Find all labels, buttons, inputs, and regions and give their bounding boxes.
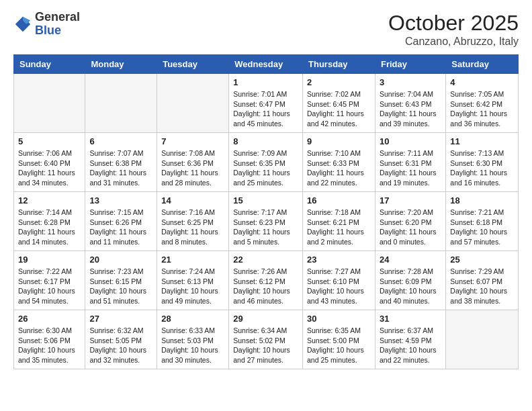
day-info: Sunrise: 7:15 AM Sunset: 6:26 PM Dayligh…	[89, 208, 152, 247]
day-info: Sunrise: 7:28 AM Sunset: 6:09 PM Dayligh…	[380, 267, 441, 306]
calendar-cell: 31Sunrise: 6:37 AM Sunset: 4:59 PM Dayli…	[375, 310, 445, 369]
calendar-cell: 12Sunrise: 7:14 AM Sunset: 6:28 PM Dayli…	[14, 192, 85, 251]
day-info: Sunrise: 7:29 AM Sunset: 6:07 PM Dayligh…	[450, 267, 514, 306]
day-info: Sunrise: 6:30 AM Sunset: 5:06 PM Dayligh…	[18, 326, 81, 365]
day-info: Sunrise: 7:11 AM Sunset: 6:31 PM Dayligh…	[380, 148, 441, 188]
calendar-cell: 17Sunrise: 7:20 AM Sunset: 6:20 PM Dayli…	[375, 192, 445, 251]
day-info: Sunrise: 7:14 AM Sunset: 6:28 PM Dayligh…	[18, 208, 81, 247]
col-friday: Friday	[375, 55, 445, 74]
day-info: Sunrise: 7:23 AM Sunset: 6:15 PM Dayligh…	[89, 267, 152, 306]
col-sunday: Sunday	[14, 55, 85, 74]
calendar-cell: 20Sunrise: 7:23 AM Sunset: 6:15 PM Dayli…	[85, 251, 157, 310]
day-number: 11	[450, 136, 514, 146]
calendar-cell	[14, 74, 85, 133]
day-info: Sunrise: 7:18 AM Sunset: 6:21 PM Dayligh…	[307, 208, 371, 247]
month-title: October 2025	[388, 11, 519, 36]
calendar-cell: 23Sunrise: 7:27 AM Sunset: 6:10 PM Dayli…	[303, 251, 375, 310]
day-info: Sunrise: 7:02 AM Sunset: 6:45 PM Dayligh…	[307, 89, 371, 129]
calendar-cell: 24Sunrise: 7:28 AM Sunset: 6:09 PM Dayli…	[375, 251, 445, 310]
calendar-cell: 13Sunrise: 7:15 AM Sunset: 6:26 PM Dayli…	[85, 192, 157, 251]
logo-text: General Blue	[35, 11, 80, 38]
calendar-cell: 16Sunrise: 7:18 AM Sunset: 6:21 PM Dayli…	[303, 192, 375, 251]
day-number: 24	[380, 255, 441, 265]
calendar-cell	[85, 74, 157, 133]
calendar-cell: 25Sunrise: 7:29 AM Sunset: 6:07 PM Dayli…	[446, 251, 519, 310]
calendar-cell: 18Sunrise: 7:21 AM Sunset: 6:18 PM Dayli…	[446, 192, 519, 251]
day-info: Sunrise: 7:09 AM Sunset: 6:35 PM Dayligh…	[233, 148, 298, 188]
calendar-cell: 2Sunrise: 7:02 AM Sunset: 6:45 PM Daylig…	[303, 74, 375, 133]
day-info: Sunrise: 6:32 AM Sunset: 5:05 PM Dayligh…	[89, 326, 152, 365]
day-number: 9	[307, 136, 371, 146]
day-info: Sunrise: 6:34 AM Sunset: 5:02 PM Dayligh…	[233, 326, 298, 365]
day-number: 19	[18, 255, 81, 265]
calendar-cell: 11Sunrise: 7:13 AM Sunset: 6:30 PM Dayli…	[446, 133, 519, 192]
logo-blue-label: Blue	[35, 24, 80, 38]
calendar-cell: 5Sunrise: 7:06 AM Sunset: 6:40 PM Daylig…	[14, 133, 85, 192]
title-section: October 2025 Canzano, Abruzzo, Italy	[388, 11, 519, 48]
day-info: Sunrise: 7:05 AM Sunset: 6:42 PM Dayligh…	[450, 89, 514, 129]
day-info: Sunrise: 6:37 AM Sunset: 4:59 PM Dayligh…	[380, 326, 441, 365]
col-wednesday: Wednesday	[229, 55, 303, 74]
day-info: Sunrise: 7:08 AM Sunset: 6:36 PM Dayligh…	[161, 148, 224, 188]
day-number: 10	[380, 136, 441, 146]
day-number: 15	[233, 195, 298, 205]
calendar-cell: 4Sunrise: 7:05 AM Sunset: 6:42 PM Daylig…	[446, 74, 519, 133]
logo: General Blue	[13, 11, 80, 38]
day-number: 27	[89, 314, 152, 324]
day-number: 26	[18, 314, 81, 324]
day-number: 31	[380, 314, 441, 324]
day-info: Sunrise: 7:20 AM Sunset: 6:20 PM Dayligh…	[380, 208, 441, 247]
day-number: 16	[307, 195, 371, 205]
day-info: Sunrise: 7:07 AM Sunset: 6:38 PM Dayligh…	[89, 148, 152, 188]
calendar-cell	[446, 310, 519, 369]
week-row-0: 1Sunrise: 7:01 AM Sunset: 6:47 PM Daylig…	[14, 74, 519, 133]
day-number: 18	[450, 195, 514, 205]
day-info: Sunrise: 7:04 AM Sunset: 6:43 PM Dayligh…	[380, 89, 441, 129]
calendar-cell: 7Sunrise: 7:08 AM Sunset: 6:36 PM Daylig…	[157, 133, 229, 192]
calendar-cell: 3Sunrise: 7:04 AM Sunset: 6:43 PM Daylig…	[375, 74, 445, 133]
day-number: 3	[380, 77, 441, 87]
week-row-4: 26Sunrise: 6:30 AM Sunset: 5:06 PM Dayli…	[14, 310, 519, 369]
calendar-cell: 6Sunrise: 7:07 AM Sunset: 6:38 PM Daylig…	[85, 133, 157, 192]
day-number: 2	[307, 77, 371, 87]
day-number: 6	[89, 136, 152, 146]
col-monday: Monday	[85, 55, 157, 74]
day-info: Sunrise: 7:01 AM Sunset: 6:47 PM Dayligh…	[233, 89, 298, 129]
calendar-table: Sunday Monday Tuesday Wednesday Thursday…	[13, 54, 519, 369]
day-info: Sunrise: 7:22 AM Sunset: 6:17 PM Dayligh…	[18, 267, 81, 306]
calendar-cell: 10Sunrise: 7:11 AM Sunset: 6:31 PM Dayli…	[375, 133, 445, 192]
calendar-cell: 30Sunrise: 6:35 AM Sunset: 5:00 PM Dayli…	[303, 310, 375, 369]
day-number: 5	[18, 136, 81, 146]
week-row-3: 19Sunrise: 7:22 AM Sunset: 6:17 PM Dayli…	[14, 251, 519, 310]
day-info: Sunrise: 7:21 AM Sunset: 6:18 PM Dayligh…	[450, 208, 514, 247]
day-number: 12	[18, 195, 81, 205]
day-info: Sunrise: 7:27 AM Sunset: 6:10 PM Dayligh…	[307, 267, 371, 306]
calendar-cell: 28Sunrise: 6:33 AM Sunset: 5:03 PM Dayli…	[157, 310, 229, 369]
calendar-cell: 15Sunrise: 7:17 AM Sunset: 6:23 PM Dayli…	[229, 192, 303, 251]
day-info: Sunrise: 7:16 AM Sunset: 6:25 PM Dayligh…	[161, 208, 224, 247]
calendar-cell: 27Sunrise: 6:32 AM Sunset: 5:05 PM Dayli…	[85, 310, 157, 369]
calendar-cell: 26Sunrise: 6:30 AM Sunset: 5:06 PM Dayli…	[14, 310, 85, 369]
day-info: Sunrise: 6:33 AM Sunset: 5:03 PM Dayligh…	[161, 326, 224, 365]
col-tuesday: Tuesday	[157, 55, 229, 74]
header-row: Sunday Monday Tuesday Wednesday Thursday…	[14, 55, 519, 74]
header: General Blue October 2025 Canzano, Abruz…	[13, 11, 519, 48]
week-row-1: 5Sunrise: 7:06 AM Sunset: 6:40 PM Daylig…	[14, 133, 519, 192]
logo-icon	[13, 15, 32, 34]
day-number: 8	[233, 136, 298, 146]
calendar-cell: 1Sunrise: 7:01 AM Sunset: 6:47 PM Daylig…	[229, 74, 303, 133]
day-info: Sunrise: 7:24 AM Sunset: 6:13 PM Dayligh…	[161, 267, 224, 306]
calendar-cell: 9Sunrise: 7:10 AM Sunset: 6:33 PM Daylig…	[303, 133, 375, 192]
logo-general-label: General	[35, 11, 80, 24]
day-number: 30	[307, 314, 371, 324]
col-thursday: Thursday	[303, 55, 375, 74]
day-info: Sunrise: 6:35 AM Sunset: 5:00 PM Dayligh…	[307, 326, 371, 365]
page: General Blue October 2025 Canzano, Abruz…	[0, 0, 532, 380]
day-number: 7	[161, 136, 224, 146]
day-info: Sunrise: 7:26 AM Sunset: 6:12 PM Dayligh…	[233, 267, 298, 306]
week-row-2: 12Sunrise: 7:14 AM Sunset: 6:28 PM Dayli…	[14, 192, 519, 251]
day-number: 4	[450, 77, 514, 87]
calendar-cell: 29Sunrise: 6:34 AM Sunset: 5:02 PM Dayli…	[229, 310, 303, 369]
day-number: 14	[161, 195, 224, 205]
day-number: 17	[380, 195, 441, 205]
